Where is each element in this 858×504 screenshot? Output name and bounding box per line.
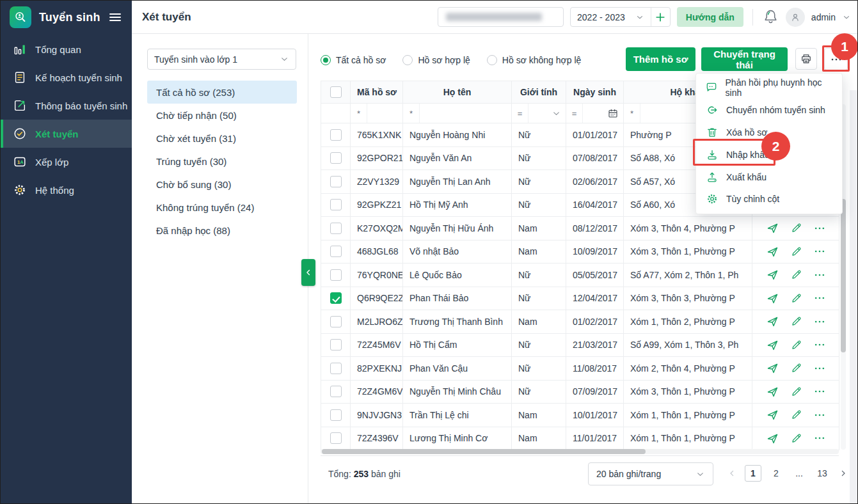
row-checkbox[interactable] [330, 246, 342, 257]
user-avatar[interactable] [786, 8, 805, 27]
status-filter-trung-tuyen-30[interactable]: Trúng tuyển (30) [147, 150, 297, 173]
status-filter-khong-trung-tuyen-24[interactable]: Không trúng tuyển (24) [147, 196, 297, 219]
radio-ho-so-hop-le[interactable]: Hồ sơ hợp lệ [402, 55, 470, 65]
edit-pencil-icon[interactable] [790, 315, 802, 327]
gender-filter-select[interactable] [552, 109, 566, 118]
row-more-icon[interactable] [813, 222, 826, 235]
add-year-button[interactable] [651, 8, 670, 26]
row-more-icon[interactable] [813, 409, 826, 421]
pager-page-1[interactable]: 1 [745, 465, 761, 482]
row-more-icon[interactable] [813, 362, 826, 375]
date-picker-button[interactable] [607, 107, 623, 119]
vertical-scrollbar-thumb[interactable] [841, 199, 846, 352]
row-checkbox[interactable] [330, 432, 342, 444]
menu-toggle-icon[interactable] [107, 10, 123, 25]
row-more-icon[interactable] [813, 315, 826, 328]
row-checkbox[interactable] [330, 292, 342, 304]
status-filter-cho-xet-tuyen-31[interactable]: Chờ xét tuyển (31) [147, 127, 297, 150]
send-icon[interactable] [766, 315, 779, 328]
edit-pencil-icon[interactable] [790, 222, 802, 234]
menu-item-nhap-khau[interactable]: Nhập khẩu [696, 143, 842, 166]
admission-group-select[interactable]: Tuyển sinh vào lớp 1 [147, 49, 296, 70]
menu-item-phan-hoi-phu-huynh-hoc-sinh[interactable]: Phản hồi phụ huynh học sinh [696, 77, 842, 99]
edit-pencil-icon[interactable] [790, 246, 802, 258]
menu-item-tuy-chinh-cot[interactable]: Tùy chỉnh cột [696, 188, 842, 210]
edit-pencil-icon[interactable] [790, 339, 802, 351]
more-actions-button[interactable] [824, 48, 848, 70]
horizontal-scrollbar-thumb[interactable] [322, 449, 646, 454]
row-checkbox-cell [321, 240, 351, 264]
pager-ellipsis[interactable]: ... [791, 465, 807, 482]
send-icon[interactable] [766, 245, 779, 258]
blurred-school-name [446, 13, 542, 21]
help-button[interactable]: Hướng dẫn [677, 7, 743, 27]
row-more-icon[interactable] [813, 432, 826, 445]
collapse-panel-button[interactable] [301, 259, 315, 286]
sidebar-item-xep-lop[interactable]: 1AXếp lớp [1, 148, 132, 176]
send-icon[interactable] [766, 432, 779, 445]
row-checkbox[interactable] [330, 363, 342, 374]
status-filter-da-nhap-hoc-88[interactable]: Đã nhập học (88) [147, 219, 297, 242]
row-checkbox[interactable] [330, 339, 342, 350]
edit-pencil-icon[interactable] [790, 432, 802, 445]
filter-name-input[interactable] [420, 104, 511, 123]
notifications-bell-icon[interactable] [762, 8, 779, 26]
row-checkbox[interactable] [330, 199, 342, 210]
cell-name: Võ nhật Bảo [403, 240, 512, 264]
send-icon[interactable] [766, 385, 779, 398]
add-record-button[interactable]: Thêm hồ sơ [626, 47, 695, 71]
filter-code-input[interactable] [367, 104, 402, 123]
row-checkbox[interactable] [330, 129, 342, 141]
send-icon[interactable] [766, 221, 779, 235]
page-size-select[interactable]: 20 bản ghi/trang [588, 462, 713, 485]
row-more-icon[interactable] [813, 245, 826, 258]
sidebar-item-ke-hoach-tuyen-sinh[interactable]: Kế hoạch tuyển sinh [1, 63, 132, 91]
row-checkbox[interactable] [330, 223, 342, 234]
send-icon[interactable] [766, 408, 779, 421]
cell-code: 468JGL68 [351, 240, 403, 264]
menu-item-xuat-khau[interactable]: Xuất khẩu [696, 166, 842, 188]
table-row: 72Z4396VLương Thị Minh CơNam11/01/2017Xó… [321, 427, 839, 450]
username[interactable]: admin [811, 12, 836, 22]
menu-item-chuyen-nhom-tuyen-sinh[interactable]: Chuyển nhóm tuyển sinh [696, 99, 842, 122]
row-more-icon[interactable] [813, 385, 826, 398]
send-icon[interactable] [766, 361, 779, 375]
send-icon[interactable] [766, 292, 779, 305]
radio-tat-ca-ho-so[interactable]: Tất cả hồ sơ [321, 55, 386, 65]
edit-pencil-icon[interactable] [790, 269, 802, 281]
row-checkbox[interactable] [330, 409, 342, 421]
print-button[interactable] [795, 48, 817, 70]
row-checkbox[interactable] [330, 176, 342, 187]
sidebar-item-tong-quan[interactable]: Tổng quan [1, 35, 132, 63]
status-filter-cho-tiep-nhan-50[interactable]: Chờ tiếp nhận (50) [147, 104, 297, 127]
send-icon[interactable] [766, 268, 779, 281]
change-status-button[interactable]: Chuyển trạng thái [701, 47, 788, 71]
school-year-select[interactable]: 2022 - 2023 [571, 8, 651, 26]
radio-ho-so-khong-hop-le[interactable]: Hồ sơ không hợp lệ [487, 55, 581, 65]
send-icon[interactable] [766, 338, 779, 352]
select-all-checkbox[interactable] [330, 86, 342, 98]
row-more-icon[interactable] [813, 269, 826, 281]
row-checkbox[interactable] [330, 386, 342, 397]
user-menu-chevron-icon[interactable] [842, 13, 851, 22]
edit-pencil-icon[interactable] [790, 409, 802, 421]
sidebar-item-he-thong[interactable]: Hệ thống [1, 176, 132, 204]
sidebar-item-thong-bao-tuyen-sinh[interactable]: Thông báo tuyển sinh [1, 91, 132, 120]
row-more-icon[interactable] [813, 338, 826, 351]
menu-item-xoa-ho-so[interactable]: Xóa hồ sơ [696, 122, 842, 144]
status-filter-cho-bo-sung-30[interactable]: Chờ bổ sung (30) [147, 173, 297, 196]
edit-pencil-icon[interactable] [790, 292, 802, 304]
status-filter-tat-ca-ho-so-253[interactable]: Tất cả hồ sơ (253) [147, 81, 297, 104]
sidebar-item-xet-tuyen[interactable]: Xét tuyển [1, 120, 132, 148]
school-select[interactable] [438, 7, 564, 27]
pager-page-13[interactable]: 13 [814, 465, 830, 482]
pager-prev-button[interactable] [724, 465, 740, 482]
edit-pencil-icon[interactable] [790, 386, 802, 398]
cell-address: Xóm 3, Thôn 3, Phường P [624, 287, 752, 310]
row-more-icon[interactable] [813, 292, 826, 304]
edit-pencil-icon[interactable] [790, 362, 802, 374]
pager-page-2[interactable]: 2 [768, 465, 784, 482]
row-checkbox[interactable] [330, 269, 342, 281]
row-checkbox[interactable] [330, 152, 342, 164]
row-checkbox[interactable] [330, 316, 342, 327]
